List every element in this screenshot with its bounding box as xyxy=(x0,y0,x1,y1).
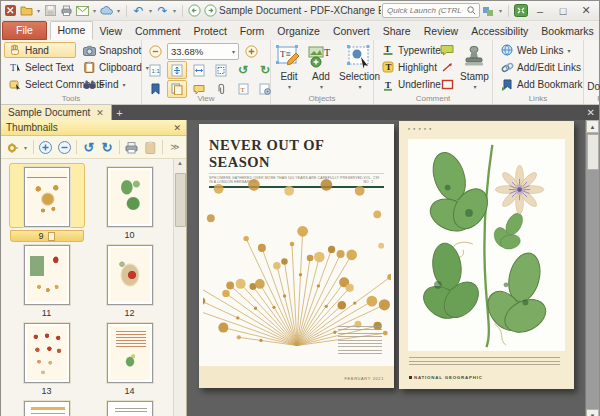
ui-options-dropdown[interactable]: ▾ xyxy=(497,7,504,14)
add-bookmark-button[interactable]: Add Bookmark xyxy=(496,77,587,93)
scroll-down-icon[interactable]: ▼ xyxy=(586,409,599,416)
email-icon[interactable] xyxy=(75,3,90,18)
scroll-up-icon[interactable]: ▲ xyxy=(586,120,599,133)
document-tab-bar: Sample Document ✕ + ✕ xyxy=(1,105,599,120)
document-scrollbar[interactable]: ▲ ▼ xyxy=(585,120,599,416)
window-title: Sample Document - PDF-XChange Editor xyxy=(219,5,381,16)
menu-form[interactable]: Form xyxy=(233,23,271,40)
thumbnail-selected-highlight xyxy=(9,163,85,228)
rotate-ccw-button[interactable]: ↺ xyxy=(233,61,253,79)
thumb-art-12 xyxy=(110,248,150,302)
add-edit-links-button[interactable]: Add/Edit Links xyxy=(496,59,587,75)
document-tab-active[interactable]: Sample Document ✕ xyxy=(1,105,112,120)
print-icon[interactable] xyxy=(59,3,74,18)
menu-convert[interactable]: Convert xyxy=(326,23,376,40)
sticky-note-button[interactable] xyxy=(437,42,457,58)
thumbnails-more-icon[interactable]: ≫ xyxy=(167,139,183,156)
menu-share[interactable]: Share xyxy=(376,23,417,40)
ribbon-group-protect: Sign Document Protect xyxy=(584,40,600,104)
stamp-button[interactable]: Stamp ▾ xyxy=(459,42,490,93)
sign-document-button[interactable]: Sign Document xyxy=(587,42,600,93)
fullscreen-icon[interactable] xyxy=(513,3,528,18)
thumbnail-page-9[interactable]: 9 xyxy=(5,163,88,241)
thumbnails-options-dropdown[interactable]: ▾ xyxy=(22,144,29,151)
tabbar-close-icon[interactable]: ✕ xyxy=(587,105,595,120)
underline-icon: T xyxy=(381,78,395,91)
svg-text:T: T xyxy=(385,44,391,54)
thumbnail-page-14[interactable]: 14 xyxy=(88,319,171,397)
web-links-button[interactable]: Web Links▾ xyxy=(496,42,587,58)
thumbnails-scrollbar[interactable]: ▲ ▼ xyxy=(173,159,186,416)
quick-launch-box[interactable] xyxy=(382,3,480,18)
quick-launch-input[interactable] xyxy=(385,5,465,16)
thumbnails-panel-title: Thumbnails xyxy=(6,122,58,133)
highlight-icon: T xyxy=(381,61,395,74)
document-view[interactable]: NEVER OUT OF SEASON SPECIMENS GATHERED O… xyxy=(187,120,599,416)
thumbnail-page-15[interactable] xyxy=(5,397,88,416)
zoom-in-button[interactable] xyxy=(241,42,261,60)
thumb-rotate-cw-button[interactable]: ↻ xyxy=(99,139,115,156)
ribbon-zoom-combobox[interactable]: 33.68% ▾ xyxy=(167,43,239,60)
page-left: NEVER OUT OF SEASON SPECIMENS GATHERED O… xyxy=(199,124,394,388)
rectangle-annotation-button[interactable] xyxy=(437,77,457,93)
thumbnails-options-icon[interactable] xyxy=(4,139,20,156)
menu-file[interactable]: File xyxy=(2,21,47,40)
menu-review[interactable]: Review xyxy=(417,23,464,40)
zoom-out-button[interactable] xyxy=(145,42,165,60)
email-dropdown[interactable]: ▾ xyxy=(91,7,98,14)
hand-tool-button[interactable]: Hand xyxy=(4,42,76,58)
redo-dropdown[interactable]: ▾ xyxy=(171,7,178,14)
undo-dropdown[interactable]: ▾ xyxy=(147,7,154,14)
close-button[interactable]: ✕ xyxy=(575,2,597,19)
open-file-dropdown[interactable]: ▾ xyxy=(35,7,42,14)
thumb-paste-icon xyxy=(142,139,158,156)
fit-visible-button[interactable] xyxy=(211,61,231,79)
scrollbar-thumb[interactable] xyxy=(175,173,186,227)
highlight-button[interactable]: T Highlight xyxy=(377,59,435,75)
arrow-annotation-button[interactable] xyxy=(437,59,457,75)
menu-home[interactable]: Home xyxy=(50,21,93,40)
thumb-rotate-ccw-button[interactable]: ↺ xyxy=(81,139,97,156)
open-file-icon[interactable] xyxy=(19,3,34,18)
add-object-button[interactable]: T Add ▾ xyxy=(306,42,336,93)
redo-icon[interactable]: ↷ xyxy=(155,3,170,18)
nav-back-icon[interactable] xyxy=(187,3,202,18)
select-comments-button[interactable]: Select Comments xyxy=(4,77,76,93)
new-tab-button[interactable]: + xyxy=(112,105,127,120)
minimize-button[interactable]: – xyxy=(529,2,551,19)
cloud-dropdown[interactable]: ▾ xyxy=(115,7,122,14)
thumbnail-page-12[interactable]: 12 xyxy=(88,241,171,319)
thumbnail-page-16[interactable] xyxy=(88,397,171,416)
scrollbar-thumb[interactable] xyxy=(587,134,599,170)
menu-view[interactable]: View xyxy=(93,23,129,40)
scroll-up-icon[interactable]: ▲ xyxy=(177,160,183,166)
thumbnail-page-13[interactable]: 13 xyxy=(5,319,88,397)
thumb-zoom-in-button[interactable] xyxy=(38,139,54,156)
thumbnail-page-11[interactable]: 11 xyxy=(5,241,88,319)
fit-page-button[interactable] xyxy=(167,61,187,79)
undo-icon[interactable]: ↶ xyxy=(131,3,146,18)
menu-comment[interactable]: Comment xyxy=(129,23,188,40)
ui-options-icon[interactable] xyxy=(481,3,496,18)
menu-accessibility[interactable]: Accessibility xyxy=(465,23,535,40)
thumbnail-page-10[interactable]: 10 xyxy=(88,163,171,241)
maximize-button[interactable]: □ xyxy=(552,2,574,19)
tab-close-icon[interactable]: ✕ xyxy=(96,108,104,118)
thumbnails-panel-close-icon[interactable]: ✕ xyxy=(173,123,181,133)
menu-bookmarks[interactable]: Bookmarks xyxy=(535,23,600,40)
thumb-print-icon[interactable] xyxy=(124,139,140,156)
menu-organize[interactable]: Organize xyxy=(271,23,327,40)
menu-protect[interactable]: Protect xyxy=(187,23,233,40)
objects-group-label: Objects xyxy=(271,94,373,104)
save-icon[interactable] xyxy=(43,3,58,18)
tools-group-label: Tools xyxy=(1,94,141,104)
thumb-zoom-out-button[interactable] xyxy=(56,139,72,156)
nav-forward-icon[interactable] xyxy=(203,3,218,18)
select-text-button[interactable]: T Select Text xyxy=(4,59,76,75)
actual-size-button[interactable]: 1:1 xyxy=(145,61,165,79)
fit-width-button[interactable] xyxy=(189,61,209,79)
underline-button[interactable]: T Underline xyxy=(377,77,435,93)
edit-object-button[interactable]: T≡ Edit ▾ xyxy=(274,42,304,93)
cloud-upload-icon[interactable] xyxy=(99,3,114,18)
typewriter-button[interactable]: T Typewriter xyxy=(377,42,435,58)
